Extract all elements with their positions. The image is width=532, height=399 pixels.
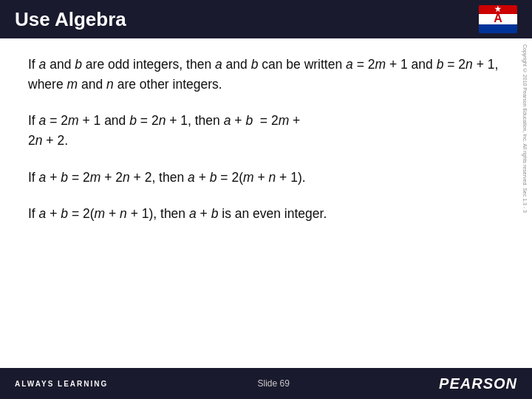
logo-area: A (479, 5, 517, 33)
footer: Always Learning Slide 69 PEARSON (0, 368, 532, 399)
footer-slide-number: Slide 69 (258, 378, 290, 389)
footer-pearson-logo: PEARSON (439, 375, 517, 392)
header: Use Algebra A (0, 0, 532, 38)
paragraph-2: If a = 2m + 1 and b = 2n + 1, then a + b… (28, 111, 504, 151)
paragraph-1: If a and b are odd integers, then a and … (28, 55, 504, 95)
svg-rect-2 (479, 24, 517, 33)
svg-text:A: A (494, 12, 502, 24)
copyright-text: Copyright © 2010 Pearson Education, Inc.… (522, 44, 528, 362)
main-content: If a and b are odd integers, then a and … (0, 38, 532, 248)
paragraph-4: If a + b = 2(m + n + 1), then a + b is a… (28, 204, 504, 224)
americas-logo-icon: A (479, 5, 517, 33)
paragraph-3: If a + b = 2m + 2n + 2, then a + b = 2(m… (28, 168, 504, 188)
footer-always-learning: Always Learning (15, 380, 108, 388)
page-title: Use Algebra (15, 8, 126, 31)
